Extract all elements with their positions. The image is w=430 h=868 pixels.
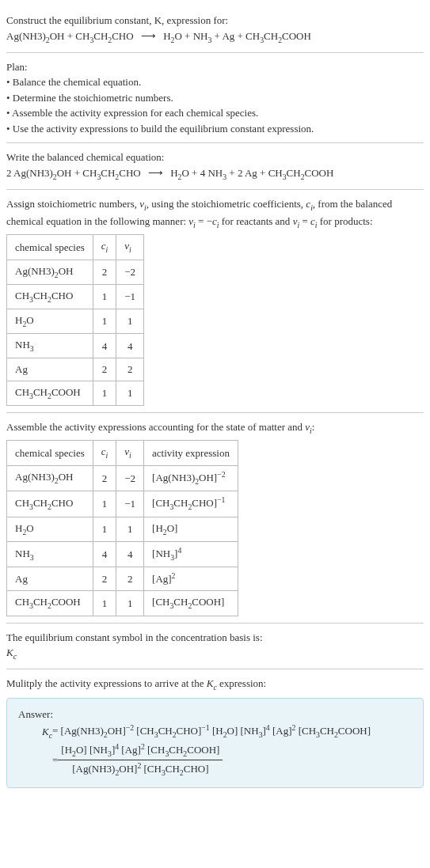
cell-c: 1 [93,284,116,309]
eq-part: CH [287,167,301,179]
table-row: Ag(NH3)2OH2−2[Ag(NH3)2OH]−2 [7,465,238,491]
eq-part: OH + CH [50,30,90,42]
kc-text: The equilibrium constant symbol in the c… [6,630,424,646]
kc-line1: = [Ag(NH3)2OH]−2 [CH3CH2CHO]−1 [H2O] [NH… [52,722,371,741]
cell-species: CH3CH2COOH [7,591,93,616]
eq-part: CH [93,30,108,42]
cell-species: NH3 [7,541,93,567]
cell-c: 4 [93,334,116,358]
cell-c: 2 [93,358,116,381]
k-letter: K [42,726,49,737]
table-row: Ag(NH3)2OH2−2 [7,260,144,284]
eq-part: H [170,167,177,179]
cell-nu: 1 [116,309,144,334]
sp: CH [33,386,48,398]
sp: CH [15,386,29,398]
text: for reactants and [219,215,293,227]
th-nu: νi [116,441,144,465]
cell-c: 1 [93,591,116,616]
table-row: Ag22 [7,358,144,381]
sp: OH [59,265,74,277]
cell-nu: 1 [116,517,144,541]
cell-species: H2O [7,309,93,334]
cell-activity: [CH3CH2COOH] [144,591,238,616]
cell-c: 1 [93,517,116,541]
cell-species: Ag [7,567,93,591]
sp: Ag(NH3) [15,265,55,277]
multiply-section: Mulitply the activity expressions to arr… [6,669,424,794]
table-row: CH3CH2COOH11 [7,381,144,405]
answer-box: Answer: Kc = [Ag(NH3)2OH]−2 [CH3CH2CHO]−… [6,698,424,787]
text: for products: [317,215,372,227]
activity-table: chemical species ci νi activity expressi… [6,440,238,616]
cell-activity: [Ag]2 [144,567,238,591]
sub-i: i [129,245,131,254]
cell-activity: [Ag(NH3)2OH]−2 [144,465,238,491]
cell-nu: −2 [116,260,144,284]
arrow-icon: ⟶ [136,30,161,42]
table-row: CH3CH2CHO1−1 [7,284,144,309]
eq-sign: = [52,752,58,768]
eq-part: + Ag + CH [211,30,260,42]
kc-lhs: Kc [42,722,52,741]
cell-c: 1 [93,491,116,517]
eq-part: COOH [282,30,311,42]
stoich-table: chemical species ci νi Ag(NH3)2OH2−2 CH3… [6,234,144,406]
fraction: [H2O] [NH3]4 [Ag]2 [CH3CH2COOH] [Ag(NH3)… [58,741,223,779]
text: expression: [217,677,266,689]
cell-nu: −1 [116,284,144,309]
plan-bullet: • Balance the chemical equation. [6,74,424,90]
table-row: Ag22[Ag]2 [7,567,238,591]
eq-part: CHO [119,167,140,179]
multiply-text: Mulitply the activity expressions to arr… [6,676,424,693]
answer-title: Answer: [18,707,412,722]
cell-species: Ag(NH3)2OH [7,465,93,491]
text: = [299,215,310,227]
stoich-text: Assign stoichiometric numbers, νi, using… [6,196,424,231]
cell-nu: 4 [116,334,144,358]
cell-species: CH3CH2CHO [7,284,93,309]
sp: CH [33,290,48,301]
c-sub: c [13,652,17,661]
th-species: chemical species [7,235,93,260]
th-nu: νi [116,235,144,260]
k-letter: K [6,646,13,658]
prompt-section: Construct the equilibrium constant, K, e… [6,6,424,53]
plan-section: Plan: • Balance the chemical equation. •… [6,53,424,144]
sp: Ag [15,363,28,375]
sp: O [26,314,33,326]
cell-species: Ag [7,358,93,381]
cell-c: 1 [93,309,116,334]
cell-species: CH3CH2COOH [7,381,93,405]
cell-activity: [CH3CH2CHO]−1 [144,491,238,517]
table-row: H2O11[H2O] [7,517,238,541]
table-row: H2O11 [7,309,144,334]
kc-symbol-section: The equilibrium constant symbol in the c… [6,624,424,670]
cell-species: CH3CH2CHO [7,491,93,517]
cell-nu: −2 [116,465,144,491]
table-row: CH3CH2CHO1−1[CH3CH2CHO]−1 [7,491,238,517]
eq-part: COOH [305,167,334,179]
plan-title: Plan: [6,59,424,75]
kc-line2: = [H2O] [NH3]4 [Ag]2 [CH3CH2COOH] [Ag(NH… [52,741,371,779]
balanced-equation: 2 Ag(NH3)2OH + CH3CH2CHO ⟶ H2O + 4 NH3 +… [6,165,424,183]
cell-nu: 2 [116,358,144,381]
th-species: chemical species [7,441,93,465]
sp: CH [15,290,29,301]
cell-nu: −1 [116,491,144,517]
text: Assign stoichiometric numbers, [6,198,139,210]
eq-part: 2 Ag(NH3) [6,167,53,179]
table-header-row: chemical species ci νi [7,235,144,260]
table-row: NH344 [7,334,144,358]
eq-part: CHO [112,30,133,42]
table-header-row: chemical species ci νi activity expressi… [7,441,238,465]
text: Mulitply the activity expressions to arr… [6,677,207,689]
cell-species: Ag(NH3)2OH [7,260,93,284]
text: , using the stoichiometric coefficients, [147,198,306,210]
cell-c: 2 [93,260,116,284]
text: Assemble the activity expressions accoun… [6,421,305,433]
cell-c: 2 [93,465,116,491]
eq-sign: = [52,725,61,737]
cell-species: H2O [7,517,93,541]
cell-c: 4 [93,541,116,567]
